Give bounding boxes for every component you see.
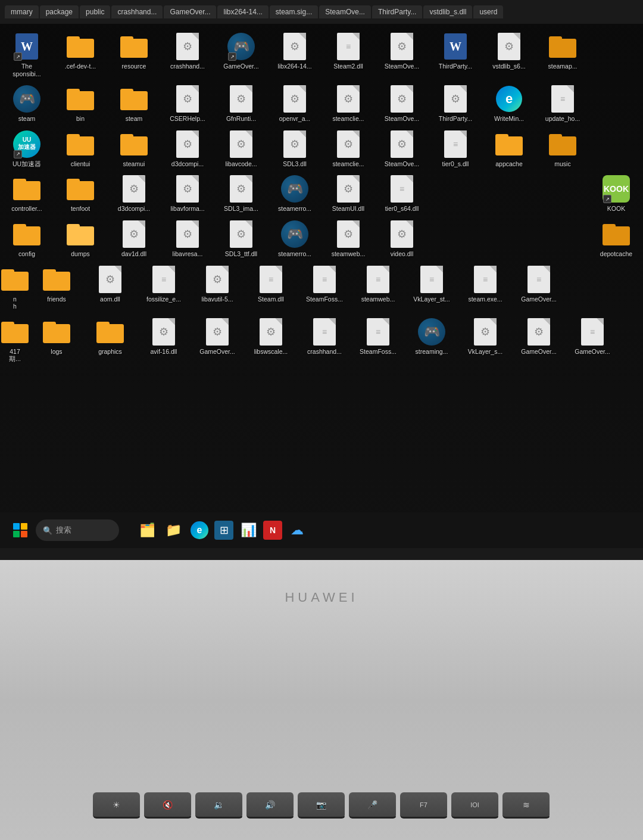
icon-friends[interactable]: friends xyxy=(30,262,83,314)
icon-steamclie2[interactable]: steamclie... xyxy=(322,126,375,172)
tab-package[interactable]: package xyxy=(40,5,79,18)
icon-steamexe[interactable]: steam.exe... xyxy=(458,262,512,314)
icon-sdl3ttf[interactable]: SDL3_ttf.dll xyxy=(214,216,268,262)
taskbar-chart-icon[interactable]: 📊 xyxy=(237,519,260,542)
taskbar-search[interactable]: 🔍 搜索 xyxy=(36,519,119,541)
icon-steam-app[interactable]: 🎮 steam xyxy=(0,81,54,126)
icon-steamove3[interactable]: SteamOve... xyxy=(375,126,429,172)
icon-vstdlibs6[interactable]: vstdlib_s6... xyxy=(482,29,536,81)
icon-gameover3[interactable]: GameOver... xyxy=(191,314,244,366)
icon-gameover-steam[interactable]: 🎮 ↗ GameOver... xyxy=(214,29,268,81)
icon-steamove2[interactable]: SteamOve... xyxy=(375,81,429,126)
icon-resource[interactable]: resource xyxy=(107,29,161,81)
icon-steamclie1[interactable]: steamclie... xyxy=(322,81,375,126)
icon-avif16[interactable]: avif-16.dll xyxy=(137,314,191,366)
icon-417[interactable]: 417期... xyxy=(0,314,30,366)
icon-crashhand2[interactable]: crashhand... xyxy=(298,314,351,366)
icon-d3dcompi1[interactable]: d3dcompi... xyxy=(161,126,214,172)
icon-aomdll[interactable]: aom.dll xyxy=(83,262,137,314)
icon-steamap[interactable]: steamap... xyxy=(536,29,589,81)
taskbar-app1-icon[interactable]: ⊞ xyxy=(214,521,233,540)
icon-crashhand1[interactable]: crashhand... xyxy=(161,29,214,81)
icon-dumps[interactable]: dumps xyxy=(54,216,107,262)
tab-steamove[interactable]: SteamOve... xyxy=(319,5,371,18)
icon-controller[interactable]: controller... xyxy=(0,171,54,216)
tab-vstdlib[interactable]: vstdlib_s.dll xyxy=(423,5,472,18)
icon-cserhelp[interactable]: CSERHelp... xyxy=(161,81,214,126)
key-f7[interactable]: F7 xyxy=(400,792,448,819)
icon-uu[interactable]: UU加速器 ↗ UU加速器 xyxy=(0,126,54,172)
icon-steamfoss1[interactable]: SteamFoss... xyxy=(298,262,351,314)
taskbar-folder-icon[interactable]: 📁 xyxy=(162,519,185,542)
icon-vklayer1[interactable]: VkLayer_st... xyxy=(405,262,458,314)
taskbar-cloud-icon[interactable]: ☁ xyxy=(286,519,308,542)
tab-mmary[interactable]: mmary xyxy=(5,5,39,18)
icon-writemin[interactable]: e WriteMin... xyxy=(482,81,536,126)
icon-tier0s64[interactable]: tier0_s64.dll xyxy=(375,171,429,216)
icon-steam2dll[interactable]: Steam2.dll xyxy=(322,29,375,81)
key-mic[interactable]: 🎤 xyxy=(349,792,397,819)
icon-tenfoot[interactable]: tenfoot xyxy=(54,171,107,216)
taskbar-file-explorer[interactable]: 🗂️ xyxy=(136,519,158,542)
icon-thirdparty2[interactable]: ThirdParty... xyxy=(429,81,482,126)
icon-gameover4[interactable]: GameOver... xyxy=(512,314,566,366)
key-camera[interactable]: 📷 xyxy=(298,792,345,819)
icon-steamfoss2[interactable]: SteamFoss... xyxy=(351,314,405,366)
key-f6[interactable]: 🔊 xyxy=(246,792,294,819)
icon-gameover2[interactable]: GameOver... xyxy=(512,262,566,314)
icon-steamweb2[interactable]: steamweb... xyxy=(351,262,405,314)
icon-gameover5[interactable]: GameOver... xyxy=(566,314,619,366)
tab-thirdparty[interactable]: ThirdParty... xyxy=(372,5,422,18)
icon-libx264[interactable]: libx264-14... xyxy=(268,29,322,81)
taskbar-red-icon[interactable]: N xyxy=(263,521,282,540)
key-wifi[interactable]: ≋ xyxy=(502,792,550,819)
icon-videodll[interactable]: video.dll xyxy=(375,216,429,262)
key-f5[interactable]: 🔉 xyxy=(195,792,243,819)
icon-clientui[interactable]: clientui xyxy=(54,126,107,172)
icon-sdl3[interactable]: SDL3.dll xyxy=(268,126,322,172)
icon-steamuidll[interactable]: SteamUI.dll xyxy=(322,171,375,216)
icon-steamerro1[interactable]: 🎮 steamerro... xyxy=(268,171,322,216)
tab-gameover1[interactable]: GameOver... xyxy=(164,5,216,18)
icon-steamui[interactable]: steamui xyxy=(107,126,161,172)
icon-logs[interactable]: logs xyxy=(30,314,83,366)
taskbar-edge-icon[interactable]: e xyxy=(188,519,211,542)
icon-kook[interactable]: KOOK ↗ KOOK xyxy=(589,171,643,216)
icon-updateho[interactable]: update_ho... xyxy=(536,81,589,126)
icon-streaming[interactable]: 🎮 streaming... xyxy=(405,314,458,366)
icon-vklayer2[interactable]: VkLayer_s... xyxy=(458,314,512,366)
icon-config[interactable]: config xyxy=(0,216,54,262)
icon-steamerro2[interactable]: 🎮 steamerro... xyxy=(268,216,322,262)
icon-depotcache[interactable]: depotcache xyxy=(589,216,643,262)
icon-libavcode[interactable]: libavcode... xyxy=(214,126,268,172)
icon-steamdll[interactable]: Steam.dll xyxy=(244,262,298,314)
icon-the[interactable]: W ↗ Thesponsibi... xyxy=(0,29,54,81)
icon-libavresa[interactable]: libavresa... xyxy=(161,216,214,262)
tab-userd[interactable]: userd xyxy=(473,5,503,18)
icon-graphics[interactable]: graphics xyxy=(83,314,137,366)
tab-steamsig[interactable]: steam.sig... xyxy=(270,5,318,18)
icon-openvr[interactable]: openvr_a... xyxy=(268,81,322,126)
icon-steamove1[interactable]: SteamOve... xyxy=(375,29,429,81)
icon-thirdparty1[interactable]: W ThirdParty... xyxy=(429,29,482,81)
icon-nh[interactable]: nh xyxy=(0,262,30,314)
tab-crashhand[interactable]: crashhand... xyxy=(111,5,163,18)
icon-cef[interactable]: .cef-dev-t... xyxy=(54,29,107,81)
icon-steam-folder[interactable]: steam xyxy=(107,81,161,126)
icon-libavforma[interactable]: libavforma... xyxy=(161,171,214,216)
key-f3[interactable]: ☀ xyxy=(93,792,141,819)
key-display[interactable]: IOI xyxy=(451,792,499,819)
icon-music[interactable]: music xyxy=(536,126,589,172)
start-button[interactable] xyxy=(10,519,31,541)
icon-bin[interactable]: bin xyxy=(54,81,107,126)
icon-d3dcompi2[interactable]: d3dcompi... xyxy=(107,171,161,216)
icon-dav1d[interactable]: dav1d.dll xyxy=(107,216,161,262)
icon-gfnrunti[interactable]: GfnRunti... xyxy=(214,81,268,126)
tab-libx264[interactable]: libx264-14... xyxy=(217,5,268,18)
icon-libavutil[interactable]: libavutil-5... xyxy=(191,262,244,314)
key-f4[interactable]: 🔇 xyxy=(144,792,192,819)
icon-fossilize[interactable]: fossilize_e... xyxy=(137,262,191,314)
icon-appcache[interactable]: appcache xyxy=(482,126,536,172)
icon-libswscale[interactable]: libswscale... xyxy=(244,314,298,366)
icon-tier0s[interactable]: tier0_s.dll xyxy=(429,126,482,172)
